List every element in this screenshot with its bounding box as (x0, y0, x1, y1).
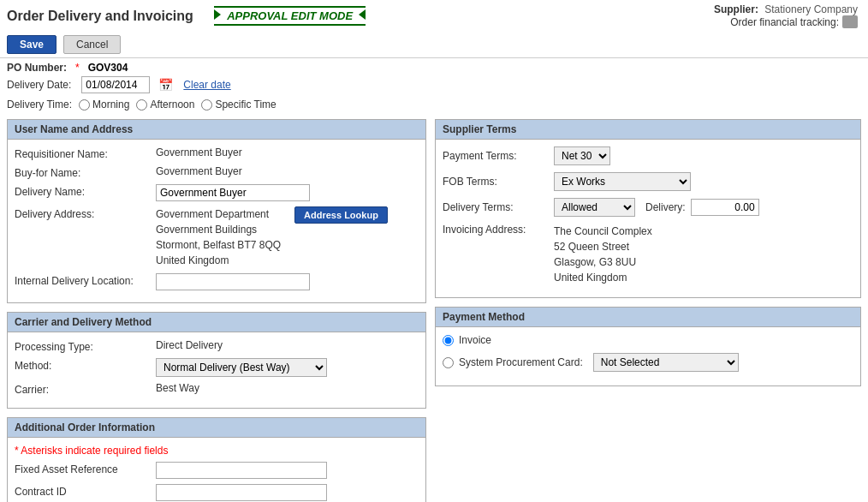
po-section: PO Number: * GOV304 Delivery Date: 📅 Cle… (0, 58, 868, 95)
delivery-name-row: Delivery Name: (15, 184, 419, 201)
supplier-info: Supplier: Stationery Company (714, 3, 861, 15)
approval-mode-banner: Approval Edit Mode (214, 6, 366, 26)
left-column: User Name and Address Requisitioner Name… (7, 119, 426, 502)
delivery-terms-select[interactable]: Allowed Not Allowed (554, 198, 635, 217)
system-card-radio-row: System Procurement Card: Not Selected Ca… (443, 353, 853, 372)
invoice-label: Invoice (459, 334, 491, 346)
processing-type-value: Direct Delivery (156, 339, 419, 351)
supplier-terms-section: Supplier Terms Payment Terms: Net 30 Net… (435, 119, 861, 298)
invoicing-address-row: Invoicing Address: The Council Complex52… (443, 224, 853, 285)
fixed-asset-input[interactable] (156, 462, 327, 479)
fob-terms-label: FOB Terms: (443, 176, 554, 188)
method-select[interactable]: Normal Delivery (Best Way) Other Method (156, 358, 327, 377)
toolbar: Save Cancel (0, 32, 868, 58)
carrier-row: Carrier: Best Way (15, 382, 419, 396)
contract-id-row: Contract ID (15, 484, 419, 501)
additional-order-body: * Asterisks indicate required fields Fix… (8, 438, 425, 502)
po-required-star: * (75, 62, 80, 74)
right-column: Supplier Terms Payment Terms: Net 30 Net… (435, 119, 861, 386)
supplier-name: Stationery Company (764, 3, 858, 15)
morning-radio[interactable] (79, 99, 90, 111)
user-address-header: User Name and Address (8, 120, 425, 140)
delivery-charge-label: Delivery: (645, 201, 686, 213)
delivery-time-row: Delivery Time: Morning Afternoon Specifi… (0, 95, 868, 116)
carrier-body: Processing Type: Direct Delivery Method:… (8, 332, 425, 408)
po-number-value: GOV304 (88, 62, 128, 74)
fob-terms-row: FOB Terms: Ex Works FOB Origin FOB Desti… (443, 172, 853, 191)
calendar-icon[interactable]: 📅 (158, 78, 173, 92)
afternoon-radio[interactable] (136, 99, 147, 111)
page-title: Order Delivery and Invoicing (7, 9, 193, 24)
user-address-section: User Name and Address Requisitioner Name… (7, 119, 426, 303)
delivery-date-label: Delivery Date: (7, 79, 71, 91)
internal-delivery-label: Internal Delivery Location: (15, 273, 156, 287)
buy-for-label: Buy-for Name: (15, 165, 156, 179)
method-row: Method: Normal Delivery (Best Way) Other… (15, 358, 419, 377)
fixed-asset-label: Fixed Asset Reference (15, 462, 156, 475)
payment-method-section: Payment Method Invoice System Procuremen… (435, 307, 861, 386)
save-button[interactable]: Save (7, 35, 56, 54)
invoicing-address-label: Invoicing Address: (443, 224, 554, 236)
contract-id-label: Contract ID (15, 484, 156, 498)
delivery-name-input[interactable] (156, 184, 310, 201)
additional-order-section: Additional Order Information * Asterisks… (7, 417, 426, 502)
additional-order-header: Additional Order Information (8, 418, 425, 438)
delivery-terms-label: Delivery Terms: (443, 201, 554, 213)
internal-delivery-input[interactable] (156, 273, 310, 290)
supplier-label: Supplier: (714, 3, 758, 15)
delivery-name-label: Delivery Name: (15, 184, 156, 198)
delivery-address-row: Delivery Address: Government DepartmentG… (15, 206, 419, 268)
address-lookup-button[interactable]: Address Lookup (294, 206, 388, 224)
user-address-body: Requisitioner Name: Government Buyer Buy… (8, 140, 425, 302)
system-card-radio[interactable] (443, 357, 454, 368)
financial-tracking-icon[interactable] (842, 15, 858, 28)
cancel-button[interactable]: Cancel (63, 35, 121, 54)
supplier-terms-body: Payment Terms: Net 30 Net 60 Net 90 FOB … (436, 140, 860, 297)
delivery-address-label: Delivery Address: (15, 206, 156, 220)
payment-method-body: Invoice System Procurement Card: Not Sel… (436, 327, 860, 385)
delivery-address-text: Government DepartmentGovernment Building… (156, 206, 281, 268)
requisitioner-label: Requisitioner Name: (15, 146, 156, 160)
fob-terms-select[interactable]: Ex Works FOB Origin FOB Destination (554, 172, 691, 191)
main-content: User Name and Address Requisitioner Name… (0, 116, 868, 502)
order-financial-tracking: Order financial tracking: (730, 15, 861, 28)
system-card-label: System Procurement Card: (459, 356, 583, 368)
clear-date-link[interactable]: Clear date (183, 79, 230, 91)
fixed-asset-row: Fixed Asset Reference (15, 462, 419, 479)
internal-delivery-row: Internal Delivery Location: (15, 273, 419, 290)
carrier-section: Carrier and Delivery Method Processing T… (7, 312, 426, 409)
morning-radio-label[interactable]: Morning (79, 99, 129, 111)
system-card-select[interactable]: Not Selected Card 1 Card 2 (593, 353, 739, 372)
po-number-label: PO Number: (7, 62, 67, 74)
invoice-radio[interactable] (443, 335, 454, 346)
payment-terms-select[interactable]: Net 30 Net 60 Net 90 (554, 146, 610, 165)
buy-for-value: Government Buyer (156, 165, 419, 177)
invoicing-address-value: The Council Complex52 Queen StreetGlasgo… (554, 224, 652, 285)
afternoon-radio-label[interactable]: Afternoon (136, 99, 194, 111)
delivery-terms-row: Delivery Terms: Allowed Not Allowed Deli… (443, 198, 853, 217)
buy-for-row: Buy-for Name: Government Buyer (15, 165, 419, 179)
processing-type-row: Processing Type: Direct Delivery (15, 339, 419, 353)
payment-terms-row: Payment Terms: Net 30 Net 60 Net 90 (443, 146, 853, 165)
carrier-header: Carrier and Delivery Method (8, 313, 425, 332)
approval-mode-text: Approval Edit Mode (227, 9, 353, 22)
delivery-date-input[interactable] (81, 76, 150, 93)
payment-method-header: Payment Method (436, 308, 860, 327)
asterisk-note: * Asterisks indicate required fields (15, 445, 419, 457)
carrier-value: Best Way (156, 382, 419, 394)
requisitioner-value: Government Buyer (156, 146, 419, 158)
specific-time-radio-label[interactable]: Specific Time (201, 99, 276, 111)
header-bar: Order Delivery and Invoicing Approval Ed… (0, 0, 868, 32)
method-label: Method: (15, 358, 156, 372)
processing-type-label: Processing Type: (15, 339, 156, 353)
specific-time-radio[interactable] (201, 99, 212, 111)
requisitioner-row: Requisitioner Name: Government Buyer (15, 146, 419, 160)
invoice-radio-row: Invoice (443, 334, 853, 346)
payment-terms-label: Payment Terms: (443, 150, 554, 162)
carrier-label: Carrier: (15, 382, 156, 396)
delivery-time-label: Delivery Time: (7, 99, 72, 111)
delivery-charge-input[interactable] (691, 199, 759, 216)
supplier-terms-header: Supplier Terms (436, 120, 860, 140)
contract-id-input[interactable] (156, 484, 327, 501)
